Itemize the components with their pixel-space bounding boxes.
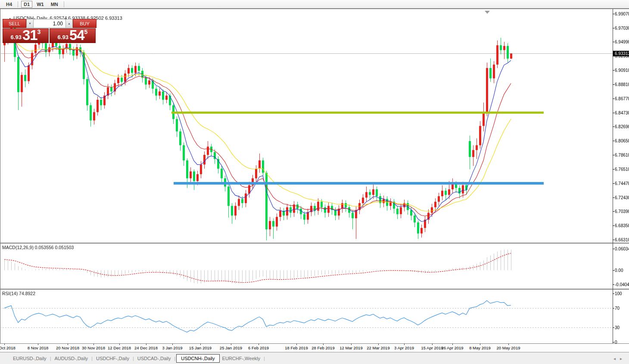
date-tick-mark	[296, 344, 297, 345]
rsi-canvas[interactable]	[0, 290, 613, 343]
buy-button[interactable]: BUY	[73, 19, 97, 28]
price-tick-label: 6.72430	[615, 195, 629, 200]
macd-label: MACD(12,26,9) 0.053556 0.051503	[2, 245, 74, 250]
price-tick-mark	[613, 113, 614, 113]
price-tick-label: 6.90910	[615, 68, 629, 73]
date-tick-mark	[172, 344, 173, 345]
tab-separator: |	[264, 356, 265, 361]
date-label: 6 Feb 2019	[248, 345, 269, 350]
price-tick-label: 6.97030	[615, 26, 629, 31]
chart-tab-bar: EURUSD-,Daily|AUDUSD-,Daily|USDCHF-,Dail…	[0, 352, 629, 364]
rsi-tick-label: 0	[615, 340, 617, 345]
date-tick-mark	[146, 344, 146, 345]
date-tick-mark	[231, 344, 231, 345]
rsi-tick-label: 30	[615, 325, 620, 330]
date-label: 8 Nov 2018	[28, 345, 49, 350]
date-label: 22 Mar 2019	[367, 345, 389, 350]
date-tick-mark	[200, 344, 201, 345]
price-tick-label: 6.78610	[615, 153, 629, 157]
price-tick-mark	[613, 183, 614, 184]
tab-separator: |	[133, 356, 134, 361]
date-tick-mark	[258, 344, 259, 345]
chart-shift-marker-icon[interactable]	[485, 11, 490, 14]
rsi-label: RSI(14) 74.8922	[2, 291, 35, 296]
date-label: 20 May 2019	[497, 345, 520, 350]
date-label: 12 Mar 2019	[339, 345, 362, 350]
macd-tick-label: 0.00	[615, 268, 623, 273]
date-label: 12 Dec 2018	[108, 345, 131, 350]
sell-button[interactable]: SELL	[3, 19, 26, 28]
tabs-scroll-right-icon[interactable]: ▸	[620, 356, 626, 361]
sell-price-tile[interactable]: 6.93 31 3	[3, 28, 49, 43]
date-label: 25 Jan 2019	[220, 345, 242, 350]
date-label: 15 Jan 2019	[189, 345, 212, 350]
date-label: 3 Jan 2019	[162, 345, 182, 350]
timeframe-button-d1[interactable]: D1	[21, 1, 32, 8]
timeframe-button-h4[interactable]: H4	[3, 1, 15, 8]
main-chart-canvas[interactable]	[0, 9, 613, 243]
timeframe-button-mn[interactable]: MN	[48, 1, 61, 8]
price-tick-mark	[613, 225, 614, 226]
date-tick-mark	[378, 344, 379, 345]
macd-tick-mark	[613, 284, 614, 285]
date-tick-mark	[508, 344, 509, 345]
chart-tab-eurchf[interactable]: EURCHF-,Weekly	[220, 355, 263, 362]
price-tick-mark	[613, 99, 614, 99]
volume-decrease-button[interactable]: ▾	[26, 19, 34, 28]
rsi-tick-mark	[613, 308, 614, 308]
date-tick-mark	[351, 344, 352, 345]
price-tick-mark	[613, 70, 614, 71]
price-tick-label: 6.66310	[615, 238, 629, 242]
macd-tick-label: 0.060342	[615, 247, 629, 251]
date-label: 24 Dec 2018	[134, 345, 158, 350]
price-tick-label: 6.68350	[615, 223, 629, 228]
one-click-trading-panel: SELL ▾ ▴ BUY 6.93 31 3 6.93 54 5	[3, 19, 97, 43]
rsi-tick-mark	[613, 342, 614, 342]
date-tick-mark	[119, 344, 120, 345]
buy-price-tile[interactable]: 6.93 54 5	[50, 28, 96, 43]
macd-tick-mark	[613, 249, 614, 249]
toolbar-separator	[64, 1, 64, 7]
macd-tick-mark	[613, 270, 614, 271]
date-tick-mark	[68, 344, 68, 345]
date-tick-mark	[323, 344, 324, 345]
rsi-tick-mark	[613, 293, 614, 294]
date-tick-mark	[452, 344, 453, 345]
date-label: 30 Nov 2018	[82, 345, 105, 350]
chart-tab-usdchf[interactable]: USDCHF-,Daily	[93, 355, 132, 362]
date-label: 18 Feb 2019	[285, 345, 308, 350]
date-label: 3 Apr 2019	[394, 345, 414, 350]
volume-input[interactable]	[34, 19, 65, 28]
tab-separator: |	[50, 356, 51, 361]
buy-price-sup: 5	[84, 29, 88, 34]
sell-price-prefix: 6.93	[11, 33, 22, 42]
price-tick-mark	[613, 42, 614, 42]
rsi-tick-label: 70	[615, 306, 620, 311]
chart-tab-audusd[interactable]: AUDUSD-,Daily	[52, 355, 90, 362]
date-label: 26 Apr 2019	[441, 345, 463, 350]
price-tick-label: 6.70390	[615, 209, 629, 214]
date-label: 8 May 2019	[469, 345, 491, 350]
tabs-scroll-left-icon[interactable]: ◂	[613, 356, 620, 361]
current-price-tag: 6.93313	[613, 51, 629, 56]
date-tick-mark	[480, 344, 480, 345]
buy-price-prefix: 6.93	[58, 33, 69, 42]
macd-canvas[interactable]	[0, 244, 613, 289]
tab-separator: |	[174, 356, 175, 361]
chart-tab-usdcad[interactable]: USDCAD-,Daily	[135, 355, 174, 362]
chart-tab-usdcnh[interactable]: USDCNH-,Daily	[176, 354, 219, 363]
volume-increase-button[interactable]: ▴	[65, 19, 73, 28]
date-tick-mark	[404, 344, 405, 345]
tab-separator: |	[91, 356, 93, 361]
timeframe-button-w1[interactable]: W1	[34, 1, 47, 8]
date-label: 29 Oct 2018	[0, 345, 16, 350]
chart-tab-eurusd[interactable]: EURUSD-,Daily	[10, 355, 49, 362]
price-tick-label: 6.94990	[615, 40, 629, 44]
price-tick-mark	[613, 14, 614, 14]
price-tick-label: 6.80650	[615, 139, 629, 143]
rsi-tick-mark	[613, 327, 614, 328]
price-tick-label: 6.76510	[615, 167, 629, 172]
trading-platform-window: H4D1W1MN ▲USDCNH-,Daily 6.92574 6.93338 …	[0, 0, 629, 364]
price-tick-mark	[613, 155, 614, 155]
price-tick-label: 6.86770	[615, 96, 629, 101]
